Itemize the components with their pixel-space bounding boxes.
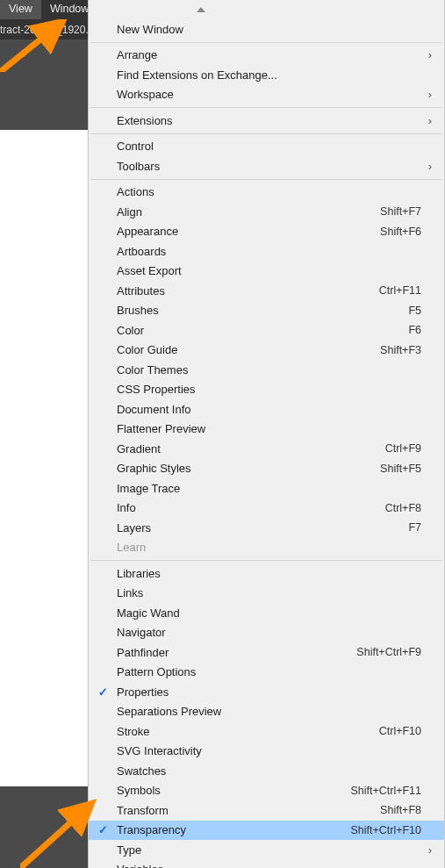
menu-align[interactable]: AlignShift+F7 (89, 202, 444, 222)
menu-properties[interactable]: Properties (89, 682, 444, 702)
menu-css-properties[interactable]: CSS Properties (89, 380, 444, 400)
menu-learn: Learn (89, 538, 444, 558)
menu-stroke[interactable]: StrokeCtrl+F10 (89, 721, 444, 742)
separator (90, 560, 442, 561)
separator (90, 107, 442, 108)
checkmark-icon (89, 823, 117, 836)
canvas-document (0, 130, 88, 786)
menu-transform[interactable]: TransformShift+F8 (89, 800, 444, 821)
menu-layers[interactable]: LayersF7 (89, 518, 444, 538)
chevron-right-icon: › (421, 48, 432, 61)
separator (90, 179, 442, 180)
menu-attributes[interactable]: AttributesCtrl+F11 (89, 281, 444, 301)
menu-control[interactable]: Control (89, 137, 444, 157)
chevron-right-icon: › (421, 88, 432, 101)
menu-pattern-options[interactable]: Pattern Options (89, 663, 444, 683)
menu-type[interactable]: Type› (89, 840, 444, 860)
menu-toolbars[interactable]: Toolbars› (89, 156, 444, 176)
menu-libraries[interactable]: Libraries (89, 563, 444, 584)
menu-color-themes[interactable]: Color Themes (89, 360, 444, 380)
menu-color-guide[interactable]: Color GuideShift+F3 (89, 341, 444, 361)
window-dropdown: New Window Arrange› Find Extensions on E… (88, 0, 445, 868)
menu-arrange[interactable]: Arrange› (89, 46, 444, 66)
separator (90, 133, 442, 134)
menu-document-info[interactable]: Document Info (89, 399, 444, 420)
chevron-right-icon: › (421, 843, 432, 857)
scroll-up-icon[interactable] (197, 7, 205, 12)
checkmark-icon (89, 685, 117, 699)
menu-artboards[interactable]: Artboards (89, 241, 444, 262)
separator (90, 42, 442, 43)
menu-appearance[interactable]: AppearanceShift+F6 (89, 222, 444, 242)
document-tab[interactable]: tract-26779 _1920. (0, 19, 96, 39)
menu-asset-export[interactable]: Asset Export (89, 262, 444, 282)
menu-variables[interactable]: Variables (89, 860, 444, 869)
menu-flattener-preview[interactable]: Flattener Preview (89, 420, 444, 440)
menu-symbols[interactable]: SymbolsShift+Ctrl+F11 (89, 781, 444, 801)
menu-magic-wand[interactable]: Magic Wand (89, 603, 444, 623)
chevron-right-icon: › (421, 160, 432, 173)
menu-actions[interactable]: Actions (89, 183, 444, 203)
menu-links[interactable]: Links (89, 584, 444, 604)
menu-graphic-styles[interactable]: Graphic StylesShift+F5 (89, 459, 444, 479)
menu-separations-preview[interactable]: Separations Preview (89, 702, 444, 722)
menu-gradient[interactable]: GradientCtrl+F9 (89, 439, 444, 459)
menu-swatches[interactable]: Swatches (89, 761, 444, 781)
menu-new-window[interactable]: New Window (89, 19, 444, 39)
menu-transparency[interactable]: TransparencyShift+Ctrl+F10 (89, 821, 444, 841)
menu-image-trace[interactable]: Image Trace (89, 478, 444, 499)
menu-info[interactable]: InfoCtrl+F8 (89, 499, 444, 519)
menu-view[interactable]: View (0, 0, 41, 19)
menu-navigator[interactable]: Navigator (89, 623, 444, 643)
menu-workspace[interactable]: Workspace› (89, 85, 444, 105)
menu-pathfinder[interactable]: PathfinderShift+Ctrl+F9 (89, 642, 444, 663)
svg-line-3 (20, 803, 92, 868)
menu-brushes[interactable]: BrushesF5 (89, 301, 444, 321)
menu-svg-interactivity[interactable]: SVG Interactivity (89, 742, 444, 762)
menu-extensions[interactable]: Extensions› (89, 111, 444, 131)
menu-find-extensions[interactable]: Find Extensions on Exchange... (89, 65, 444, 85)
menu-color[interactable]: ColorF6 (89, 320, 444, 341)
chevron-right-icon: › (421, 114, 432, 127)
